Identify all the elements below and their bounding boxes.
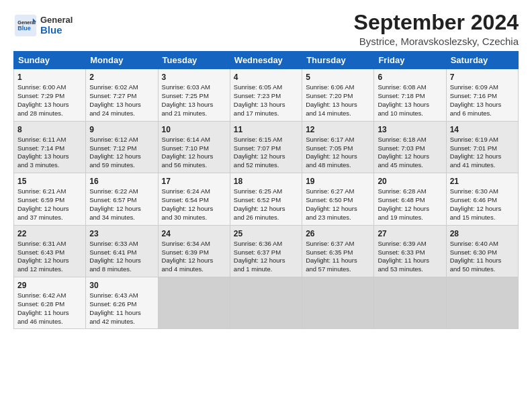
day-number: 30 xyxy=(89,280,154,291)
day-info-line: Sunset: 7:20 PM xyxy=(306,92,370,101)
table-row: 7Sunrise: 6:09 AMSunset: 7:16 PMDaylight… xyxy=(446,69,518,121)
table-row: 13Sunrise: 6:18 AMSunset: 7:03 PMDayligh… xyxy=(374,121,446,173)
day-info-line: Sunset: 6:50 PM xyxy=(306,196,370,205)
day-info-line: Daylight: 12 hours xyxy=(378,152,442,161)
day-number: 20 xyxy=(378,176,442,187)
table-row: 19Sunrise: 6:27 AMSunset: 6:50 PMDayligh… xyxy=(302,173,374,225)
logo-icon: General Blue xyxy=(13,13,38,38)
day-info-line: Sunset: 7:25 PM xyxy=(162,92,226,101)
day-info-line: and 1 minute. xyxy=(234,265,298,274)
day-info-line: Sunset: 6:59 PM xyxy=(17,196,82,205)
table-row: 4Sunrise: 6:05 AMSunset: 7:23 PMDaylight… xyxy=(230,69,302,121)
calendar-week-row: 1Sunrise: 6:00 AMSunset: 7:29 PMDaylight… xyxy=(14,69,519,121)
day-info-line: and 56 minutes. xyxy=(162,161,226,170)
day-info-line: Sunset: 7:03 PM xyxy=(378,144,442,153)
day-info-line: and 26 minutes. xyxy=(234,214,298,222)
table-row: 21Sunrise: 6:30 AMSunset: 6:46 PMDayligh… xyxy=(446,173,518,225)
day-info-line: Daylight: 12 hours xyxy=(234,205,298,214)
day-info-line: Sunrise: 6:27 AM xyxy=(306,187,370,196)
table-row: 23Sunrise: 6:33 AMSunset: 6:41 PMDayligh… xyxy=(86,225,158,277)
day-info-line: Daylight: 12 hours xyxy=(162,152,226,161)
day-info-line: Daylight: 12 hours xyxy=(306,152,370,161)
table-row: 27Sunrise: 6:39 AMSunset: 6:33 PMDayligh… xyxy=(374,225,446,277)
day-info-line: Sunset: 6:26 PM xyxy=(89,300,154,309)
table-row: 16Sunrise: 6:22 AMSunset: 6:57 PMDayligh… xyxy=(86,173,158,225)
day-info-line: Sunset: 6:41 PM xyxy=(89,248,154,257)
table-row xyxy=(374,277,446,328)
day-info-line: Sunset: 7:16 PM xyxy=(450,92,515,101)
col-saturday: Saturday xyxy=(446,52,518,69)
day-number: 28 xyxy=(450,228,515,239)
table-row xyxy=(446,277,518,328)
table-row: 5Sunrise: 6:06 AMSunset: 7:20 PMDaylight… xyxy=(302,69,374,121)
day-info-line: Sunrise: 6:28 AM xyxy=(378,187,442,196)
day-info-line: Sunset: 7:14 PM xyxy=(17,144,82,153)
col-tuesday: Tuesday xyxy=(158,52,230,69)
table-row: 17Sunrise: 6:24 AMSunset: 6:54 PMDayligh… xyxy=(158,173,230,225)
table-row: 14Sunrise: 6:19 AMSunset: 7:01 PMDayligh… xyxy=(446,121,518,173)
day-info-line: Sunrise: 6:39 AM xyxy=(378,240,442,248)
day-number: 19 xyxy=(306,176,370,187)
day-info-line: Sunset: 7:10 PM xyxy=(162,144,226,153)
day-info-line: Sunrise: 6:43 AM xyxy=(89,291,154,300)
day-info-line: Sunrise: 6:17 AM xyxy=(306,136,370,144)
day-info-line: Sunset: 7:23 PM xyxy=(234,92,298,101)
day-info-line: and 42 minutes. xyxy=(89,318,154,326)
table-row: 30Sunrise: 6:43 AMSunset: 6:26 PMDayligh… xyxy=(86,277,158,328)
day-info-line: Daylight: 13 hours xyxy=(162,101,226,109)
day-number: 8 xyxy=(17,124,82,135)
table-row: 15Sunrise: 6:21 AMSunset: 6:59 PMDayligh… xyxy=(14,173,86,225)
day-info-line: Sunset: 7:18 PM xyxy=(378,92,442,101)
day-info-line: Sunset: 6:37 PM xyxy=(234,248,298,257)
day-info-line: and 46 minutes. xyxy=(17,318,82,326)
day-info-line: and 57 minutes. xyxy=(306,265,370,274)
col-friday: Friday xyxy=(374,52,446,69)
day-info-line: Sunset: 6:48 PM xyxy=(378,196,442,205)
day-info-line: Daylight: 11 hours xyxy=(89,309,154,318)
day-info-line: Sunrise: 6:03 AM xyxy=(162,83,226,92)
day-info-line: Daylight: 13 hours xyxy=(17,152,82,161)
day-info-line: Sunrise: 6:36 AM xyxy=(234,240,298,248)
day-info-line: Sunrise: 6:06 AM xyxy=(306,83,370,92)
day-info-line: and 50 minutes. xyxy=(450,265,515,274)
table-row: 9Sunrise: 6:12 AMSunset: 7:12 PMDaylight… xyxy=(86,121,158,173)
day-info-line: Sunset: 6:46 PM xyxy=(450,196,515,205)
day-info-line: Sunrise: 6:24 AM xyxy=(162,187,226,196)
page: General Blue General Blue September 2024… xyxy=(0,0,532,411)
day-info-line: and 59 minutes. xyxy=(89,161,154,170)
day-info-line: and 53 minutes. xyxy=(378,265,442,274)
day-info-line: and 37 minutes. xyxy=(17,214,82,222)
day-info-line: Sunrise: 6:12 AM xyxy=(89,136,154,144)
day-number: 10 xyxy=(162,124,226,135)
day-info-line: Sunset: 7:12 PM xyxy=(89,144,154,153)
calendar-week-row: 8Sunrise: 6:11 AMSunset: 7:14 PMDaylight… xyxy=(14,121,519,173)
day-info-line: Sunrise: 6:30 AM xyxy=(450,187,515,196)
day-info-line: Sunrise: 6:21 AM xyxy=(17,187,82,196)
day-number: 18 xyxy=(234,176,298,187)
day-info-line: Daylight: 12 hours xyxy=(450,205,515,214)
day-info-line: Sunrise: 6:14 AM xyxy=(162,136,226,144)
calendar-week-row: 15Sunrise: 6:21 AMSunset: 6:59 PMDayligh… xyxy=(14,173,519,225)
day-number: 2 xyxy=(89,72,154,83)
day-number: 12 xyxy=(306,124,370,135)
location: Bystrice, Moravskoslezsky, Czechia xyxy=(354,36,519,47)
logo-general-label: General xyxy=(40,15,73,25)
day-info-line: Sunrise: 6:31 AM xyxy=(17,240,82,248)
day-number: 24 xyxy=(162,228,226,239)
day-number: 26 xyxy=(306,228,370,239)
day-info-line: Sunset: 6:30 PM xyxy=(450,248,515,257)
day-number: 4 xyxy=(234,72,298,83)
day-number: 22 xyxy=(17,228,82,239)
table-row: 11Sunrise: 6:15 AMSunset: 7:07 PMDayligh… xyxy=(230,121,302,173)
day-info-line: Daylight: 13 hours xyxy=(306,101,370,109)
table-row: 8Sunrise: 6:11 AMSunset: 7:14 PMDaylight… xyxy=(14,121,86,173)
table-row: 2Sunrise: 6:02 AMSunset: 7:27 PMDaylight… xyxy=(86,69,158,121)
day-info-line: Daylight: 11 hours xyxy=(17,309,82,318)
table-row xyxy=(302,277,374,328)
day-info-line: Sunset: 6:28 PM xyxy=(17,300,82,309)
day-info-line: and 4 minutes. xyxy=(162,265,226,274)
day-info-line: Daylight: 12 hours xyxy=(162,205,226,214)
col-sunday: Sunday xyxy=(14,52,86,69)
day-info-line: and 34 minutes. xyxy=(89,214,154,222)
day-info-line: Daylight: 11 hours xyxy=(306,257,370,265)
